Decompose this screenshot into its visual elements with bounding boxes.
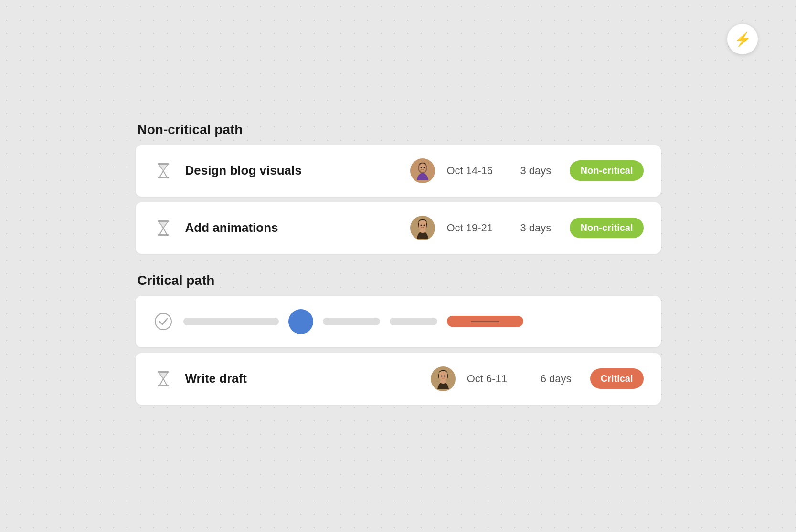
badge-write-draft: Critical bbox=[590, 368, 644, 389]
non-critical-section-title: Non-critical path bbox=[136, 122, 661, 137]
hourglass-icon bbox=[153, 160, 174, 181]
duration-write-draft: 6 days bbox=[541, 373, 579, 385]
task-card-add-animations[interactable]: Add animations Oct 19-21 3 days bbox=[136, 202, 661, 254]
task-name-write-draft: Write draft bbox=[185, 371, 419, 386]
svg-rect-16 bbox=[158, 371, 169, 373]
lightning-icon: ⚡ bbox=[734, 31, 751, 47]
redacted-bar-1 bbox=[183, 318, 279, 325]
task-name-add-animations: Add animations bbox=[185, 220, 399, 235]
duration-add-animations: 3 days bbox=[520, 222, 558, 234]
svg-point-13 bbox=[424, 224, 425, 226]
badge-add-animations: Non-critical bbox=[570, 218, 643, 238]
redacted-bar-2 bbox=[323, 318, 380, 325]
critical-section-title: Critical path bbox=[136, 273, 661, 288]
lightning-button[interactable]: ⚡ bbox=[727, 24, 758, 54]
duration-design-blog-visuals: 3 days bbox=[520, 165, 558, 177]
date-range-add-animations: Oct 19-21 bbox=[446, 222, 509, 234]
svg-point-11 bbox=[418, 220, 427, 230]
avatar-design-blog-visuals bbox=[410, 158, 435, 183]
badge-redacted bbox=[447, 316, 523, 327]
hourglass-icon-3 bbox=[153, 368, 174, 389]
svg-point-14 bbox=[419, 229, 426, 233]
svg-point-22 bbox=[440, 380, 446, 384]
check-circle-icon bbox=[153, 311, 174, 332]
date-range-write-draft: Oct 6-11 bbox=[467, 373, 529, 385]
redacted-bar-3 bbox=[390, 318, 437, 325]
svg-rect-8 bbox=[158, 220, 169, 222]
task-card-design-blog-visuals[interactable]: Design blog visuals Oct 14-16 3 days Non… bbox=[136, 145, 661, 197]
avatar-add-animations bbox=[410, 216, 435, 240]
main-container: Non-critical path Design blog visuals bbox=[136, 103, 661, 429]
badge-design-blog-visuals: Non-critical bbox=[570, 160, 643, 181]
non-critical-section: Non-critical path Design blog visuals bbox=[136, 122, 661, 254]
date-range-design-blog-visuals: Oct 14-16 bbox=[446, 165, 509, 177]
task-name-design-blog-visuals: Design blog visuals bbox=[185, 163, 399, 178]
task-card-write-draft[interactable]: Write draft Oct 6-11 6 days Cri bbox=[136, 353, 661, 405]
svg-point-12 bbox=[421, 224, 422, 226]
avatar-redacted bbox=[288, 309, 313, 334]
avatar-write-draft bbox=[431, 366, 456, 391]
svg-point-20 bbox=[441, 375, 442, 376]
svg-rect-0 bbox=[158, 163, 169, 165]
hourglass-icon-2 bbox=[153, 218, 174, 239]
svg-point-6 bbox=[421, 167, 422, 168]
critical-section: Critical path bbox=[136, 273, 661, 405]
redacted-badge-line bbox=[471, 321, 499, 322]
svg-point-7 bbox=[424, 167, 425, 168]
svg-point-19 bbox=[439, 371, 447, 381]
svg-point-21 bbox=[444, 375, 445, 376]
svg-point-15 bbox=[155, 313, 171, 330]
task-card-redacted[interactable] bbox=[136, 296, 661, 347]
